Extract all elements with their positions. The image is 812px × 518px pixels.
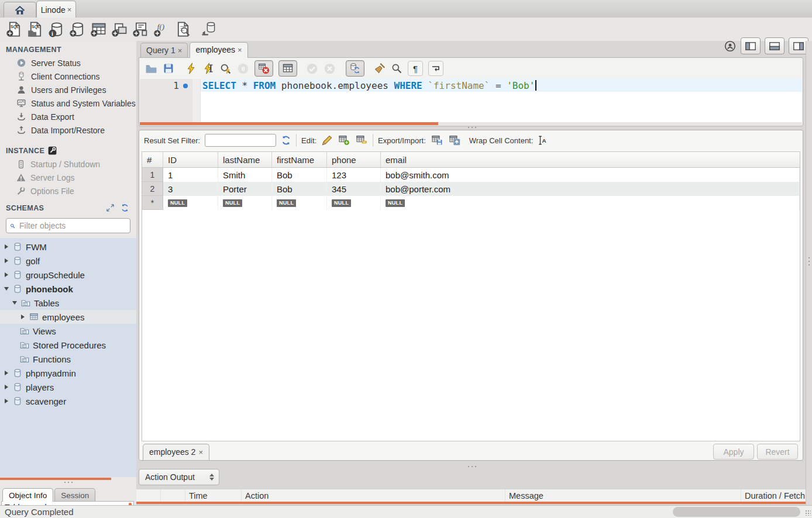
apply-button[interactable]: Apply — [713, 444, 754, 460]
expander-icon[interactable] — [5, 258, 8, 263]
cell-lastname[interactable]: Porter — [218, 182, 272, 196]
tree-item-tables-folder[interactable]: Tables — [0, 296, 136, 310]
result-set-filter-input[interactable] — [205, 134, 276, 147]
export-recordset-icon[interactable] — [431, 134, 443, 146]
tree-item-schema-phonebook[interactable]: phonebook — [0, 282, 136, 296]
sql-code-editor[interactable]: 1 SELECT * FROM phonebook.employees WHER… — [140, 79, 802, 122]
sidebar-item-data-import[interactable]: Data Import/Restore — [0, 123, 136, 137]
toggle-invisibles-button[interactable]: ¶ — [408, 61, 423, 76]
toggle-stop-on-error-button[interactable] — [254, 60, 273, 77]
table-row[interactable]: 2 3 Porter Bob 345 bob@porter.com — [142, 182, 800, 196]
home-tab[interactable] — [4, 2, 36, 18]
tab-object-info[interactable]: Object Info — [2, 488, 53, 502]
toggle-word-wrap-button[interactable] — [428, 61, 443, 76]
reconnect-dbms-button[interactable] — [199, 20, 219, 38]
create-view-button[interactable] — [110, 20, 130, 38]
import-records-icon[interactable] — [448, 134, 461, 146]
expander-icon[interactable] — [21, 315, 25, 319]
explain-query-icon[interactable] — [219, 63, 232, 75]
sidebar-item-users-privileges[interactable]: Users and Privileges — [0, 83, 136, 96]
expander-icon[interactable] — [4, 287, 9, 291]
close-icon[interactable]: × — [198, 448, 203, 456]
create-table-button[interactable] — [89, 20, 109, 38]
column-header-phone[interactable]: phone — [327, 152, 381, 167]
expander-icon[interactable] — [5, 399, 8, 403]
editor-result-splitter-grip[interactable] — [467, 126, 477, 129]
create-schema-button[interactable] — [68, 20, 88, 38]
tree-item-table-employees[interactable]: employees — [0, 310, 136, 324]
cell-id[interactable]: 3 — [163, 182, 218, 196]
sidebar-item-server-logs[interactable]: Server Logs — [0, 171, 136, 184]
expander-icon[interactable] — [12, 301, 17, 305]
beautify-script-icon[interactable] — [373, 63, 386, 75]
sidebar-item-options-file[interactable]: Options File — [0, 184, 136, 198]
output-col-message[interactable]: Message — [505, 489, 741, 502]
commit-icon[interactable] — [306, 63, 318, 75]
open-file-icon[interactable] — [145, 63, 157, 75]
tab-query-1[interactable]: Query 1× — [140, 43, 188, 57]
cell-firstname[interactable]: Bob — [272, 168, 327, 182]
sidebar-item-status-system-variables[interactable]: Status and System Variables — [0, 96, 136, 110]
tree-item-functions-folder[interactable]: Functions — [0, 352, 136, 366]
cell-id[interactable]: 1 — [163, 168, 218, 182]
sidebar-item-client-connections[interactable]: Client Connections — [0, 70, 136, 83]
column-header-rownum[interactable]: # — [142, 152, 163, 167]
cell-null[interactable]: NULL — [163, 196, 218, 210]
stop-query-icon[interactable] — [237, 63, 249, 75]
revert-button[interactable]: Revert — [757, 444, 798, 460]
cell-null[interactable]: NULL — [381, 196, 800, 210]
cell-null[interactable]: NULL — [218, 196, 272, 210]
cell-null[interactable]: NULL — [272, 196, 327, 210]
sidebar-splitter[interactable] — [0, 477, 136, 481]
output-col-action[interactable]: Action — [242, 489, 505, 502]
tree-item-schema-phpmyadmin[interactable]: phpmyadmin — [0, 366, 136, 380]
schema-inspector-button[interactable] — [173, 20, 193, 38]
connection-tab-linode[interactable]: Linode × — [36, 1, 76, 18]
output-selector-dropdown[interactable]: Action Output — [139, 469, 219, 485]
open-sql-script-button[interactable]: SQL — [26, 20, 46, 38]
expander-icon[interactable] — [5, 244, 8, 249]
right-sidebar-splitter[interactable] — [806, 41, 812, 505]
column-header-firstname[interactable]: firstName — [272, 152, 327, 167]
delete-row-icon[interactable] — [355, 134, 368, 146]
sidebar-item-startup-shutdown[interactable]: Startup / Shutdown — [0, 157, 136, 171]
object-info-scrollbar[interactable] — [129, 503, 132, 505]
execute-query-icon[interactable] — [185, 63, 197, 74]
splitter-grip[interactable] — [808, 256, 810, 267]
execute-current-statement-icon[interactable] — [202, 63, 214, 74]
editor-horizontal-scrollbar[interactable] — [140, 122, 802, 125]
sidebar-item-server-status[interactable]: Server Status — [0, 56, 136, 70]
expander-icon[interactable] — [5, 385, 8, 389]
tree-item-schema-players[interactable]: players — [0, 380, 136, 394]
output-col-time[interactable]: Time — [185, 489, 242, 502]
result-tab-employees-2[interactable]: employees 2 × — [143, 444, 209, 460]
sidebar-item-data-export[interactable]: Data Export — [0, 110, 136, 123]
tree-item-schema-scavenger[interactable]: scavenger — [0, 394, 136, 408]
result-output-splitter-grip[interactable] — [467, 465, 477, 468]
tree-item-schema-fwm[interactable]: FWM — [0, 240, 136, 254]
toggle-limit-rows-button[interactable] — [278, 60, 297, 77]
expander-icon[interactable] — [5, 272, 8, 277]
refresh-schemas-icon[interactable] — [121, 203, 129, 212]
cell-null[interactable]: NULL — [327, 196, 381, 210]
wrap-cell-content-icon[interactable]: A — [538, 135, 548, 146]
output-col-duration[interactable]: Duration / Fetch — [741, 489, 812, 502]
tree-item-stored-procedures-folder[interactable]: Stored Procedures — [0, 338, 136, 352]
close-icon[interactable]: × — [178, 47, 183, 54]
cell-email[interactable]: bob@smith.com — [381, 168, 800, 182]
new-query-tab-button[interactable]: SQL — [5, 20, 25, 38]
expander-icon[interactable] — [5, 371, 8, 375]
cell-phone[interactable]: 123 — [327, 168, 381, 182]
rollback-icon[interactable] — [324, 63, 336, 75]
column-header-lastname[interactable]: lastName — [218, 152, 272, 167]
column-header-id[interactable]: ID — [163, 152, 218, 167]
scrollbar-thumb[interactable] — [140, 122, 438, 125]
editor-text-area[interactable]: SELECT * FROM phonebook.employees WHERE … — [201, 79, 802, 122]
toggle-autocommit-button[interactable] — [346, 60, 364, 77]
cell-email[interactable]: bob@porter.com — [381, 182, 800, 196]
schema-filter-input[interactable] — [18, 220, 126, 231]
close-icon[interactable]: × — [67, 6, 72, 13]
close-icon[interactable]: × — [238, 46, 242, 54]
create-function-button[interactable]: f() — [152, 20, 172, 38]
connection-info-button[interactable]: i — [47, 20, 67, 38]
